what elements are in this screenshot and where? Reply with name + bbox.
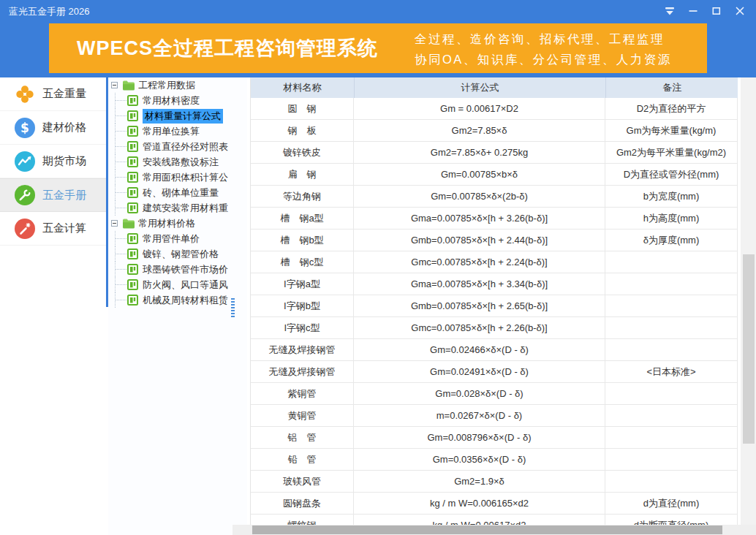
tree-item[interactable]: 机械及周转材料租赁 <box>108 292 247 308</box>
table-row[interactable]: 铅 管Gm=0.0356×δ×(D - δ) <box>251 449 738 471</box>
tree-item-label: 机械及周转材料租赁 <box>143 294 228 307</box>
tree-folder[interactable]: 工程常用数据 <box>108 77 247 93</box>
maximize-button[interactable] <box>705 0 728 22</box>
table-row[interactable]: 槽 钢b型Gmb=0.00785×δ×[h + 2.44(b-δ)]δ为厚度(m… <box>251 229 738 251</box>
tree-item[interactable]: 镀锌、钢塑管价格 <box>108 246 247 262</box>
remark-cell <box>605 427 738 448</box>
table-row[interactable]: I字钢a型Gma=0.00785×δ×[h + 3.34(b-δ)] <box>251 273 738 295</box>
table-row[interactable]: 铝 管Gm=0.008796×δ×(D - δ) <box>251 427 738 449</box>
remark-cell: Gm为每米重量(kg/m) <box>605 120 738 141</box>
close-button[interactable] <box>728 0 752 22</box>
formula-cell: kg / m W=0.006165×d2 <box>354 493 605 514</box>
table-row[interactable]: 圆钢盘条kg / m W=0.006165×d2d为直径(mm) <box>251 493 738 515</box>
remark-cell: <日本标准> <box>605 361 738 382</box>
table-row[interactable]: 镀锌铁皮Gm2=7.85×δ+ 0.275kgGm2为每平米重量(kg/m2) <box>251 142 738 164</box>
sidebar-item-label: 五金手册 <box>42 189 86 202</box>
tree-item-label: 常用材料密度 <box>143 94 200 107</box>
table-row[interactable]: 钢 板Gm2=7.85×δGm为每米重量(kg/m) <box>251 120 738 142</box>
material-name-cell: 玻镁风管 <box>251 471 354 492</box>
tree-item[interactable]: 常用单位换算 <box>108 124 247 139</box>
table-row[interactable]: 紫铜管Gm=0.028×δ×(D - δ) <box>251 383 738 405</box>
document-icon <box>127 295 138 306</box>
material-name-cell: 扁 钢 <box>251 164 354 185</box>
wand-icon <box>14 218 36 240</box>
sidebar-item-label: 建材价格 <box>42 121 86 134</box>
minimize-button[interactable] <box>681 0 705 22</box>
document-icon <box>127 264 138 275</box>
sidebar-item-futures-market[interactable]: 期货市场 <box>0 145 106 178</box>
formula-cell: Gm=0.028×δ×(D - δ) <box>354 383 605 404</box>
tree-item[interactable]: 材料重量计算公式 <box>108 108 247 124</box>
sidebar-item-label: 期货市场 <box>42 154 86 168</box>
tree-item[interactable]: 常用管件单价 <box>108 231 247 246</box>
document-icon <box>127 156 138 167</box>
trend-icon <box>14 151 36 172</box>
table-row[interactable]: 无缝及焊接钢管Gm=0.02491×δ×(D - δ)<日本标准> <box>251 361 738 383</box>
remark-cell: b为宽度(mm) <box>605 186 738 207</box>
formula-table: 材料名称计算公式备注 圆 钢Gm = 0.00617×D2D2为直径的平方钢 板… <box>250 77 738 525</box>
vertical-scrollbar[interactable] <box>741 77 756 525</box>
material-name-cell: 镀锌铁皮 <box>251 142 354 163</box>
material-name-cell: 槽 钢c型 <box>251 251 354 273</box>
tree-item[interactable]: 防火阀、风口等通风 <box>108 277 247 292</box>
table-row[interactable]: 扁 钢Gm=0.00785×b×δD为直径或管外径(mm) <box>251 164 738 186</box>
table-row[interactable]: 槽 钢c型Gmc=0.00785×δ×[h + 2.24(b-δ)] <box>251 251 738 273</box>
banner-title: WPECS全过程工程咨询管理系统 <box>77 35 378 61</box>
tree-item[interactable]: 安装线路敷设标注 <box>108 154 247 170</box>
table-row[interactable]: 槽 钢a型Gma=0.00785×δ×[h + 3.26(b-δ)]h为高度(m… <box>251 208 738 229</box>
table-row[interactable]: I字钢b型Gmb=0.00785×δ×[h + 2.65(b-δ)] <box>251 295 738 317</box>
formula-cell: Gm = 0.00617×D2 <box>354 98 605 119</box>
formula-cell: Gm=0.02466×δ×(D - δ) <box>354 339 605 360</box>
collapse-toggle-icon[interactable] <box>111 220 118 227</box>
horizontal-scrollbar-thumb[interactable] <box>252 525 722 534</box>
sidebar-item-material-price[interactable]: $建材价格 <box>0 111 106 145</box>
formula-cell: Gm=0.0356×δ×(D - δ) <box>354 449 605 470</box>
formula-cell: Gmc=0.00785×δ×[h + 2.26(b-δ)] <box>354 317 605 338</box>
table-row[interactable]: 无缝及焊接钢管Gm=0.02466×δ×(D - δ) <box>251 339 738 361</box>
sidebar-item-label: 五金重量 <box>42 87 86 101</box>
skin-icon[interactable] <box>658 0 681 22</box>
tree-folder-label: 常用材料价格 <box>138 217 195 230</box>
document-icon <box>127 279 138 290</box>
wrench-icon <box>14 184 36 206</box>
material-name-cell: 槽 钢b型 <box>251 229 354 251</box>
table-row[interactable]: 黄铜管m=0.0267×δ×(D - δ) <box>251 405 738 427</box>
document-icon <box>127 202 138 213</box>
tree-scrollbar-thumb[interactable] <box>231 298 235 317</box>
table-body: 圆 钢Gm = 0.00617×D2D2为直径的平方钢 板Gm2=7.85×δG… <box>251 98 738 525</box>
tree-item[interactable]: 常用面积体积计算公 <box>108 170 247 185</box>
banner-tagline-2: 协同OA、知识库、分公司管理、人力资源 <box>415 49 672 69</box>
table-row[interactable]: 螺纹钢kg / m W=0.00617×d2d为断面直径(mm) <box>251 515 738 525</box>
vertical-scrollbar-thumb[interactable] <box>743 254 755 444</box>
formula-cell: Gma=0.00785×δ×[h + 3.26(b-δ)] <box>354 208 605 229</box>
table-row[interactable]: 玻镁风管Gm2=1.9×δ <box>251 471 738 493</box>
tree-item[interactable]: 球墨铸铁管件市场价 <box>108 262 247 277</box>
material-name-cell: 无缝及焊接钢管 <box>251 361 354 382</box>
tree-item[interactable]: 砖、砌体单位重量 <box>108 185 247 200</box>
material-name-cell: 圆钢盘条 <box>251 493 354 514</box>
table-row[interactable]: I字钢c型Gmc=0.00785×δ×[h + 2.26(b-δ)] <box>251 317 738 339</box>
remark-cell: D为直径或管外径(mm) <box>605 164 738 185</box>
folder-icon <box>122 219 135 229</box>
tree-item[interactable]: 建筑安装常用材料重 <box>108 200 247 216</box>
tree-item[interactable]: 常用材料密度 <box>108 93 247 108</box>
table-row[interactable]: 等边角钢Gm=0.00785×δ×(2b-δ)b为宽度(mm) <box>251 186 738 208</box>
tree-item-label: 材料重量计算公式 <box>143 109 223 124</box>
tree-item[interactable]: 管道直径外径对照表 <box>108 139 247 154</box>
tree-item-label: 砖、砌体单位重量 <box>143 186 219 200</box>
sidebar-item-hardware-calc[interactable]: 五金计算 <box>0 212 106 246</box>
tree-folder[interactable]: 常用材料价格 <box>108 216 247 231</box>
sidebar-item-hardware-weight[interactable]: 五金重量 <box>0 77 106 111</box>
material-name-cell: 无缝及焊接钢管 <box>251 339 354 360</box>
titlebar: 蓝光五金手册 2026 <box>0 0 756 22</box>
sidebar-item-hardware-manual[interactable]: 五金手册 <box>0 178 106 212</box>
formula-cell: Gm2=1.9×δ <box>354 471 605 492</box>
material-name-cell: 铝 管 <box>251 427 354 448</box>
remark-cell: D2为直径的平方 <box>605 98 738 119</box>
collapse-toggle-icon[interactable] <box>111 82 118 88</box>
table-row[interactable]: 圆 钢Gm = 0.00617×D2D2为直径的平方 <box>251 98 738 120</box>
banner-box: WPECS全过程工程咨询管理系统 全过程、造价咨询、招标代理、工程监理 协同OA… <box>49 23 707 73</box>
tree-item-label: 球墨铸铁管件市场价 <box>143 263 228 276</box>
sidebar-item-label: 五金计算 <box>42 221 86 235</box>
horizontal-scrollbar[interactable] <box>233 525 756 535</box>
